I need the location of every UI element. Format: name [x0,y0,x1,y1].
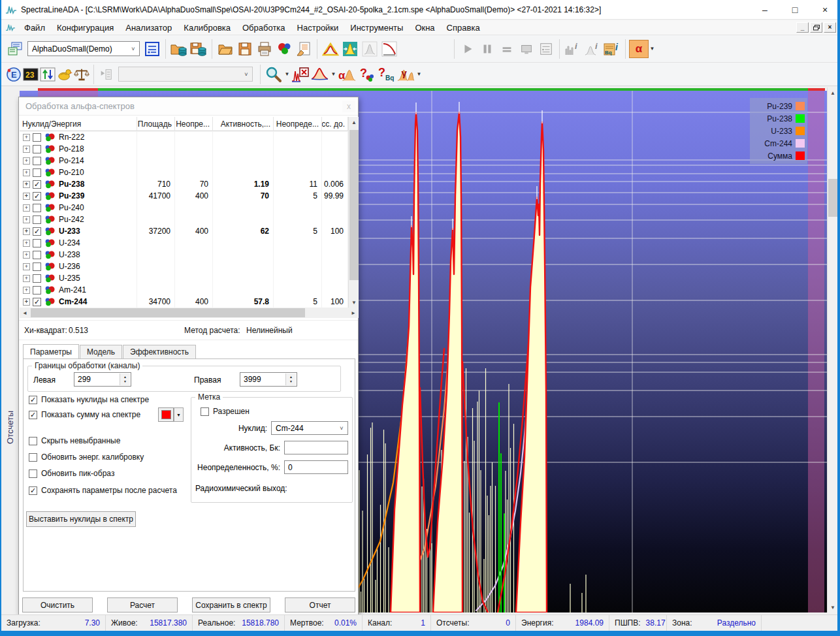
print-button[interactable] [255,39,274,59]
activity-calc-button[interactable]: ? Bq [376,65,396,84]
sum-color-dropdown[interactable]: ▼ [174,407,184,422]
scroll-up-icon[interactable]: ▲ [828,87,838,98]
smoothing-button[interactable] [360,39,380,59]
gamma-dropdown[interactable]: ▼ [415,65,423,84]
nuclide-checkbox[interactable]: ✓ [33,180,41,189]
nuclide-checkbox[interactable] [33,274,41,283]
nuclide-checkbox[interactable]: ✓ [33,227,41,236]
table-row[interactable]: +Am-241 [20,284,348,296]
alpha-mode-button[interactable]: α [629,40,649,58]
table-row[interactable]: +✓Pu-238710701.19110.006 [20,178,348,190]
table-hscrollbar-thumb[interactable] [31,308,305,317]
screen-button[interactable] [517,39,536,59]
option-2-box[interactable] [29,437,37,445]
scroll-down-icon[interactable]: ▼ [828,602,838,612]
update-calibration-checkbox[interactable]: Обновить энерг. калибровку [29,453,144,462]
nuclide-checkbox[interactable] [33,286,41,294]
dialog-close-icon[interactable]: x [342,101,355,112]
nuclide-checkbox[interactable]: ✓ [33,192,41,200]
peak-info-button[interactable]: i [583,39,602,59]
expand-icon[interactable]: + [23,287,30,294]
table-row[interactable]: +U-238 [20,249,348,261]
chart-scrollbar[interactable]: ▲ ▼ [827,87,837,612]
column-header[interactable]: Активность,... [213,117,274,131]
maximize-button[interactable]: □ [780,0,810,20]
right-bound-input[interactable]: 3999 ▲▼ [240,372,297,387]
nuclide-library-button[interactable] [56,65,73,84]
table-row[interactable]: +Pu-242 [20,214,348,225]
option-1-box[interactable]: ✓ [29,411,37,419]
column-header[interactable]: Неопре... [175,117,213,131]
expand-icon[interactable]: + [23,157,30,165]
report-button[interactable] [294,39,314,59]
detector-combo[interactable]: AlphaDuoSmall(Demo) ˅ [27,41,140,56]
background-button[interactable] [310,65,330,84]
tab-parameters[interactable]: Параметры [23,344,79,360]
close-button[interactable]: × [810,0,840,20]
table-row[interactable]: +Po-214 [20,155,348,167]
save-file-button[interactable] [235,39,255,59]
open-file-button[interactable] [216,39,235,59]
report-dialog-button[interactable]: Отчет [285,597,355,612]
column-header[interactable]: Масс. до. [322,117,348,131]
alpha-mode-dropdown[interactable]: ▼ [649,40,656,58]
column-header[interactable]: Неопреде... [274,117,322,131]
mdi-restore-button[interactable] [810,22,822,33]
scales-button[interactable] [73,65,90,84]
left-bound-input[interactable]: 299 ▲▼ [74,372,131,387]
nuclide-checkbox[interactable] [33,145,41,153]
mdi-minimize-button[interactable]: _ [796,22,809,33]
channels-button[interactable]: 23 [22,65,39,84]
energy-calibration-button[interactable] [321,39,340,59]
menu-item-6[interactable]: Настройки [291,21,345,35]
stop-acquisition-button[interactable] [497,39,517,59]
expand-icon[interactable]: + [23,204,30,212]
column-header[interactable]: Нуклид/Энергия [20,117,137,131]
table-vscrollbar-thumb[interactable] [349,130,359,280]
table-row[interactable]: +✓U-23337200400625100 [20,225,348,237]
sum-color-button[interactable] [158,407,174,422]
tab-efficiency[interactable]: Эффективность [123,345,196,359]
mark-activity-input[interactable] [284,441,348,454]
show-nuclides-checkbox[interactable]: ✓Показать нуклиды на спектре [29,395,149,404]
table-row[interactable]: +Po-218 [20,143,348,155]
spectra-combo[interactable]: ˅ [118,67,253,82]
start-acquisition-button[interactable] [458,39,477,59]
minimize-button[interactable]: – [750,0,780,20]
table-hscrollbar[interactable]: ◄ ► [20,308,359,318]
sort-scale-button[interactable] [39,65,56,84]
left-bound-spinner[interactable]: ▲▼ [120,374,130,385]
scroll-right-icon[interactable]: ► [348,308,359,318]
menu-item-5[interactable]: Обработка [236,21,291,35]
expand-icon[interactable]: + [23,169,30,176]
nuclide-checkbox[interactable] [33,157,41,165]
table-row[interactable]: +✓Pu-2394170040070599.99 [20,190,348,202]
delete-peaks-button[interactable] [291,65,310,84]
scroll-up-icon[interactable]: ▲ [349,117,359,127]
update-peakshape-checkbox[interactable]: Обновить пик-образ [29,469,114,478]
zoom-dropdown[interactable]: ▼ [283,65,291,84]
table-row[interactable]: +U-235 [20,272,348,284]
expand-icon[interactable]: + [23,216,30,223]
menu-item-9[interactable]: Справка [441,21,486,35]
peak-search-button[interactable] [340,39,360,59]
pause-acquisition-button[interactable] [477,39,497,59]
table-row[interactable]: +U-236 [20,261,348,272]
expand-icon[interactable]: + [23,146,30,153]
nuclide-checkbox[interactable] [33,133,41,142]
alpha-processing-button[interactable]: α [337,65,357,84]
nuclide-checkbox[interactable] [33,204,41,212]
clear-button[interactable]: Очистить [22,597,93,612]
calculate-button[interactable]: Расчет [107,597,178,612]
save-to-db-button[interactable] [189,39,208,59]
option-5-box[interactable]: ✓ [29,486,37,495]
nuclide-checkbox[interactable] [33,262,41,271]
menu-item-8[interactable]: Окна [409,21,440,35]
spectra-tree-button[interactable] [97,65,114,84]
hide-unselected-checkbox[interactable]: Скрыть невыбранные [29,436,120,445]
table-row[interactable]: +Rn-222 [20,131,348,143]
expand-icon[interactable]: + [23,228,30,235]
table-vscrollbar[interactable]: ▲ ▼ [348,117,359,308]
energy-scale-button[interactable]: E [5,65,22,84]
nuclide-checkbox[interactable]: ✓ [33,298,41,306]
